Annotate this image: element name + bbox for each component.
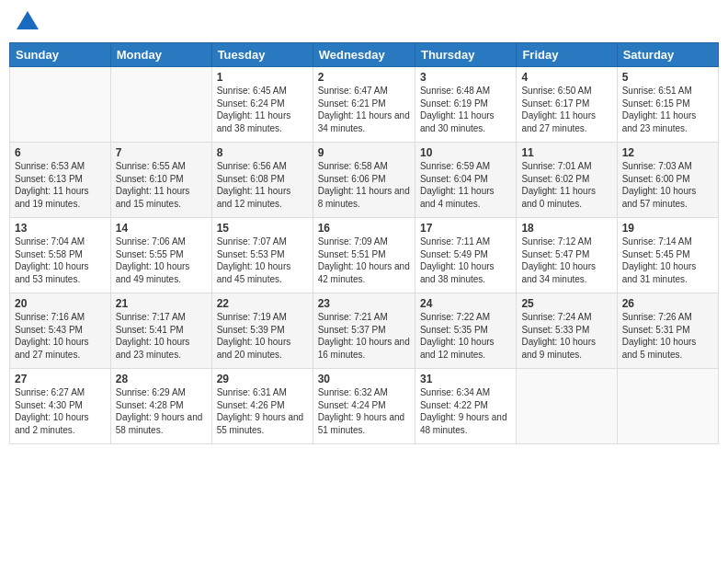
calendar-cell: 19Sunrise: 7:14 AM Sunset: 5:45 PM Dayli… (617, 218, 718, 293)
weekday-header-monday: Monday (110, 43, 211, 67)
calendar-week-4: 20Sunrise: 7:16 AM Sunset: 5:43 PM Dayli… (10, 293, 719, 369)
calendar-cell: 5Sunrise: 6:51 AM Sunset: 6:15 PM Daylig… (617, 67, 718, 143)
calendar-cell: 27Sunrise: 6:27 AM Sunset: 4:30 PM Dayli… (10, 369, 111, 444)
day-number: 15 (217, 222, 308, 235)
day-content: Sunrise: 6:51 AM Sunset: 6:15 PM Dayligh… (622, 85, 713, 134)
day-number: 18 (521, 222, 611, 235)
calendar-cell: 30Sunrise: 6:32 AM Sunset: 4:24 PM Dayli… (313, 369, 415, 444)
day-number: 4 (521, 71, 611, 84)
calendar-cell (110, 67, 211, 143)
calendar-cell: 6Sunrise: 6:53 AM Sunset: 6:13 PM Daylig… (10, 143, 111, 218)
calendar-cell: 18Sunrise: 7:12 AM Sunset: 5:47 PM Dayli… (517, 218, 617, 293)
calendar-cell: 26Sunrise: 7:26 AM Sunset: 5:31 PM Dayli… (617, 293, 718, 369)
day-number: 26 (622, 297, 713, 310)
day-number: 2 (318, 71, 410, 84)
calendar-cell: 1Sunrise: 6:45 AM Sunset: 6:24 PM Daylig… (211, 67, 313, 143)
day-number: 16 (318, 222, 410, 235)
svg-marker-0 (17, 11, 39, 29)
calendar-cell: 8Sunrise: 6:56 AM Sunset: 6:08 PM Daylig… (211, 143, 313, 218)
calendar-cell: 7Sunrise: 6:55 AM Sunset: 6:10 PM Daylig… (110, 143, 211, 218)
day-content: Sunrise: 6:48 AM Sunset: 6:19 PM Dayligh… (420, 85, 511, 134)
calendar-cell: 14Sunrise: 7:06 AM Sunset: 5:55 PM Dayli… (110, 218, 211, 293)
day-content: Sunrise: 7:06 AM Sunset: 5:55 PM Dayligh… (116, 236, 207, 285)
weekday-header-sunday: Sunday (10, 43, 111, 67)
day-number: 27 (15, 373, 106, 385)
logo-icon (15, 9, 40, 35)
weekday-header-tuesday: Tuesday (211, 43, 313, 67)
weekday-header-thursday: Thursday (415, 43, 516, 67)
day-content: Sunrise: 6:53 AM Sunset: 6:13 PM Dayligh… (15, 160, 106, 210)
day-content: Sunrise: 7:22 AM Sunset: 5:35 PM Dayligh… (420, 311, 511, 361)
calendar-cell: 3Sunrise: 6:48 AM Sunset: 6:19 PM Daylig… (415, 67, 516, 143)
day-content: Sunrise: 7:03 AM Sunset: 6:00 PM Dayligh… (622, 160, 713, 210)
calendar-week-1: 1Sunrise: 6:45 AM Sunset: 6:24 PM Daylig… (10, 67, 719, 143)
day-number: 23 (318, 297, 410, 310)
day-content: Sunrise: 7:21 AM Sunset: 5:37 PM Dayligh… (318, 311, 410, 361)
calendar-cell (10, 67, 111, 143)
calendar-cell: 20Sunrise: 7:16 AM Sunset: 5:43 PM Dayli… (10, 293, 111, 369)
day-number: 30 (318, 373, 410, 385)
calendar-cell: 25Sunrise: 7:24 AM Sunset: 5:33 PM Dayli… (517, 293, 617, 369)
day-content: Sunrise: 6:56 AM Sunset: 6:08 PM Dayligh… (217, 160, 308, 210)
day-content: Sunrise: 7:17 AM Sunset: 5:41 PM Dayligh… (116, 311, 207, 361)
day-content: Sunrise: 7:01 AM Sunset: 6:02 PM Dayligh… (521, 160, 611, 210)
day-number: 24 (420, 297, 511, 310)
page-header (9, 9, 719, 35)
day-content: Sunrise: 7:19 AM Sunset: 5:39 PM Dayligh… (217, 311, 308, 361)
calendar-cell (517, 369, 617, 444)
day-content: Sunrise: 7:16 AM Sunset: 5:43 PM Dayligh… (15, 311, 106, 361)
calendar-cell: 15Sunrise: 7:07 AM Sunset: 5:53 PM Dayli… (211, 218, 313, 293)
day-number: 25 (521, 297, 611, 310)
day-content: Sunrise: 7:14 AM Sunset: 5:45 PM Dayligh… (622, 236, 713, 285)
day-number: 5 (622, 71, 713, 84)
calendar-cell: 21Sunrise: 7:17 AM Sunset: 5:41 PM Dayli… (110, 293, 211, 369)
day-number: 6 (15, 146, 106, 159)
day-content: Sunrise: 6:58 AM Sunset: 6:06 PM Dayligh… (318, 160, 410, 210)
calendar-cell: 9Sunrise: 6:58 AM Sunset: 6:06 PM Daylig… (313, 143, 415, 218)
day-number: 13 (15, 222, 106, 235)
calendar-cell: 17Sunrise: 7:11 AM Sunset: 5:49 PM Dayli… (415, 218, 516, 293)
day-content: Sunrise: 7:24 AM Sunset: 5:33 PM Dayligh… (521, 311, 611, 361)
day-number: 31 (420, 373, 511, 385)
calendar-table: SundayMondayTuesdayWednesdayThursdayFrid… (9, 42, 719, 444)
day-number: 7 (116, 146, 207, 159)
day-content: Sunrise: 7:11 AM Sunset: 5:49 PM Dayligh… (420, 236, 511, 285)
day-content: Sunrise: 6:29 AM Sunset: 4:28 PM Dayligh… (116, 386, 207, 436)
calendar-cell: 11Sunrise: 7:01 AM Sunset: 6:02 PM Dayli… (517, 143, 617, 218)
calendar-week-5: 27Sunrise: 6:27 AM Sunset: 4:30 PM Dayli… (10, 369, 719, 444)
weekday-header-saturday: Saturday (617, 43, 718, 67)
day-content: Sunrise: 7:12 AM Sunset: 5:47 PM Dayligh… (521, 236, 611, 285)
day-content: Sunrise: 6:55 AM Sunset: 6:10 PM Dayligh… (116, 160, 207, 210)
day-number: 11 (521, 146, 611, 159)
day-number: 29 (217, 373, 308, 385)
day-number: 10 (420, 146, 511, 159)
day-content: Sunrise: 7:07 AM Sunset: 5:53 PM Dayligh… (217, 236, 308, 285)
day-number: 1 (217, 71, 308, 84)
calendar-cell (617, 369, 718, 444)
day-content: Sunrise: 7:04 AM Sunset: 5:58 PM Dayligh… (15, 236, 106, 285)
day-number: 19 (622, 222, 713, 235)
day-content: Sunrise: 7:26 AM Sunset: 5:31 PM Dayligh… (622, 311, 713, 361)
calendar-week-3: 13Sunrise: 7:04 AM Sunset: 5:58 PM Dayli… (10, 218, 719, 293)
calendar-cell: 13Sunrise: 7:04 AM Sunset: 5:58 PM Dayli… (10, 218, 111, 293)
day-content: Sunrise: 6:47 AM Sunset: 6:21 PM Dayligh… (318, 85, 410, 134)
calendar-cell: 28Sunrise: 6:29 AM Sunset: 4:28 PM Dayli… (110, 369, 211, 444)
day-content: Sunrise: 7:09 AM Sunset: 5:51 PM Dayligh… (318, 236, 410, 285)
calendar-week-2: 6Sunrise: 6:53 AM Sunset: 6:13 PM Daylig… (10, 143, 719, 218)
day-number: 28 (116, 373, 207, 385)
calendar-cell: 10Sunrise: 6:59 AM Sunset: 6:04 PM Dayli… (415, 143, 516, 218)
calendar-cell: 24Sunrise: 7:22 AM Sunset: 5:35 PM Dayli… (415, 293, 516, 369)
day-content: Sunrise: 6:27 AM Sunset: 4:30 PM Dayligh… (15, 386, 106, 436)
weekday-header-wednesday: Wednesday (313, 43, 415, 67)
day-content: Sunrise: 6:34 AM Sunset: 4:22 PM Dayligh… (420, 386, 511, 436)
day-content: Sunrise: 6:50 AM Sunset: 6:17 PM Dayligh… (521, 85, 611, 134)
day-number: 22 (217, 297, 308, 310)
calendar-cell: 23Sunrise: 7:21 AM Sunset: 5:37 PM Dayli… (313, 293, 415, 369)
calendar-cell: 22Sunrise: 7:19 AM Sunset: 5:39 PM Dayli… (211, 293, 313, 369)
day-content: Sunrise: 6:31 AM Sunset: 4:26 PM Dayligh… (217, 386, 308, 436)
day-number: 21 (116, 297, 207, 310)
weekday-header-friday: Friday (517, 43, 617, 67)
day-number: 8 (217, 146, 308, 159)
calendar-cell: 12Sunrise: 7:03 AM Sunset: 6:00 PM Dayli… (617, 143, 718, 218)
calendar-header-row: SundayMondayTuesdayWednesdayThursdayFrid… (10, 43, 719, 67)
